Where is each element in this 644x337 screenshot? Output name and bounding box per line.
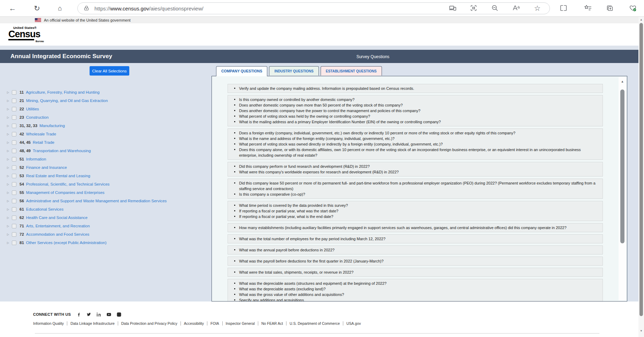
chevron-right-icon[interactable]: ▷	[7, 241, 12, 244]
chevron-right-icon[interactable]: ▷	[7, 225, 12, 228]
sector-link[interactable]: Retail Trade	[33, 140, 54, 144]
sector-row[interactable]: ▷ 22 Utilities	[5, 105, 207, 113]
chevron-right-icon[interactable]: ▷	[7, 233, 12, 236]
tab-company-questions[interactable]: COMPANY QUESTIONS	[216, 66, 267, 76]
chevron-right-icon[interactable]: ▷	[7, 116, 12, 119]
sector-checkbox[interactable]	[12, 90, 16, 95]
sector-link[interactable]: Construction	[26, 115, 49, 119]
sector-checkbox[interactable]	[12, 174, 16, 178]
sector-link[interactable]: Educational Services	[26, 207, 63, 211]
sector-row[interactable]: ▷ 31, 32, 33 Manufacturing	[5, 122, 207, 130]
sector-link[interactable]: Utilities	[26, 107, 39, 111]
collections-icon[interactable]	[606, 4, 614, 13]
web-capture-icon[interactable]	[470, 4, 478, 13]
favorites-list-icon[interactable]	[584, 4, 592, 13]
footer-link-inspector-general[interactable]: Inspector General	[223, 321, 258, 326]
split-screen-icon[interactable]	[560, 4, 568, 13]
vertical-scrollbar-thumb[interactable]	[639, 23, 643, 316]
footer-link-accessibility[interactable]: Accessibility	[181, 321, 207, 326]
sector-link[interactable]: Management of Companies and Enterprises	[26, 190, 105, 195]
chevron-right-icon[interactable]: ▷	[7, 108, 12, 111]
sector-link[interactable]: Accommodation and Food Services	[26, 232, 90, 236]
sector-checkbox[interactable]	[12, 124, 16, 128]
sector-checkbox[interactable]	[12, 224, 16, 228]
tab-establishment-questions[interactable]: ESTABLISHMENT QUESTIONS	[321, 66, 382, 76]
clear-all-selections-button[interactable]: Clear All Selections	[90, 66, 129, 76]
chevron-right-icon[interactable]: ▷	[7, 183, 12, 186]
url-text[interactable]: https://www.census.gov/aies/questionspre…	[94, 6, 204, 11]
chevron-right-icon[interactable]: ▷	[7, 166, 12, 169]
panel-scroll-up-icon[interactable]: ▲	[619, 80, 626, 83]
instagram-icon[interactable]	[117, 312, 121, 316]
sector-row[interactable]: ▷ 51 Information	[5, 155, 207, 163]
back-icon[interactable]: ←	[8, 3, 17, 13]
zoom-out-icon[interactable]	[491, 4, 499, 13]
sector-checkbox[interactable]	[12, 199, 16, 203]
sector-link[interactable]: Agriculture, Forestry, Fishing and Hunti…	[26, 90, 99, 94]
scroll-up-icon[interactable]: ▲	[638, 18, 644, 21]
sector-row[interactable]: ▷ 55 Management of Companies and Enterpr…	[5, 188, 207, 197]
sector-row[interactable]: ▷ 52 Finance and Insurance	[5, 163, 207, 172]
sector-row[interactable]: ▷ 56 Administrative and Support and Wast…	[5, 197, 207, 205]
panel-scrollbar[interactable]: ▲	[619, 77, 626, 300]
sector-row[interactable]: ▷ 72 Accommodation and Food Services	[5, 230, 207, 238]
sector-checkbox[interactable]	[12, 241, 16, 245]
sector-link[interactable]: Transportation and Warehousing	[33, 149, 91, 153]
sector-row[interactable]: ▷ 11 Agriculture, Forestry, Fishing and …	[5, 88, 207, 96]
browser-essentials-icon[interactable]	[629, 4, 637, 13]
sector-row[interactable]: ▷ 61 Educational Services	[5, 205, 207, 213]
chevron-right-icon[interactable]: ▷	[7, 99, 12, 102]
sector-row[interactable]: ▷ 71 Arts, Entertainment, and Recreation	[5, 222, 207, 230]
chevron-right-icon[interactable]: ▷	[7, 91, 12, 94]
sector-checkbox[interactable]	[12, 207, 16, 212]
address-bar[interactable]: https://www.census.gov/aies/questionspre…	[77, 2, 550, 14]
sector-checkbox[interactable]	[12, 149, 16, 153]
scroll-down-icon[interactable]: ▼	[638, 329, 644, 332]
facebook-icon[interactable]	[76, 312, 81, 316]
sector-row[interactable]: ▷ 53 Real Estate and Rental and Leasing	[5, 172, 207, 180]
footer-link-usa-gov[interactable]: USA.gov	[343, 321, 364, 326]
sector-checkbox[interactable]	[12, 132, 16, 136]
footer-link-data-linkage-infrastructure[interactable]: Data Linkage Infrastructure	[67, 321, 118, 326]
sector-row[interactable]: ▷ 21 Mining, Quarrying, and Oil and Gas …	[5, 96, 207, 105]
sector-row[interactable]: ▷ 48, 49 Transportation and Warehousing	[5, 147, 207, 155]
tab-industry-questions[interactable]: INDUSTRY QUESTIONS	[269, 66, 319, 76]
read-aloud-icon[interactable]	[512, 4, 521, 13]
sector-link[interactable]: Administrative and Support and Waste Man…	[26, 199, 167, 203]
chevron-right-icon[interactable]: ▷	[7, 141, 12, 144]
sector-link[interactable]: Finance and Insurance	[26, 165, 67, 170]
home-icon[interactable]: ⌂	[55, 3, 65, 13]
sector-row[interactable]: ▷ 62 Health Care and Social Assistance	[5, 213, 207, 222]
sector-link[interactable]: Mining, Quarrying, and Oil and Gas Extra…	[26, 99, 108, 103]
sector-checkbox[interactable]	[12, 107, 16, 111]
vertical-scrollbar[interactable]: ▲ ▼	[638, 17, 644, 337]
sector-link[interactable]: Professional, Scientific, and Technical …	[26, 182, 110, 186]
nav-survey-questions[interactable]: Survey Questions	[348, 54, 397, 59]
sector-row[interactable]: ▷ 81 Other Services (except Public Admin…	[5, 238, 207, 247]
footer-link-foia[interactable]: FOIA	[207, 321, 222, 326]
sector-row[interactable]: ▷ 42 Wholesale Trade	[5, 130, 207, 138]
youtube-icon[interactable]	[107, 312, 111, 316]
send-to-devices-icon[interactable]	[449, 4, 457, 13]
sector-link[interactable]: Arts, Entertainment, and Recreation	[26, 224, 90, 228]
sector-link[interactable]: Other Services (except Public Administra…	[26, 241, 107, 245]
sector-checkbox[interactable]	[12, 115, 16, 120]
sector-row[interactable]: ▷ 44, 45 Retail Trade	[5, 138, 207, 147]
linkedin-icon[interactable]	[97, 312, 101, 316]
footer-link-no-fear-act[interactable]: No FEAR Act	[258, 321, 286, 326]
sector-link[interactable]: Wholesale Trade	[26, 132, 56, 136]
chevron-right-icon[interactable]: ▷	[7, 133, 12, 136]
sector-link[interactable]: Health Care and Social Assistance	[26, 215, 87, 220]
sector-row[interactable]: ▷ 23 Construction	[5, 113, 207, 122]
chevron-right-icon[interactable]: ▷	[7, 216, 12, 219]
sector-link[interactable]: Information	[26, 157, 46, 161]
chevron-right-icon[interactable]: ▷	[7, 124, 12, 127]
sector-checkbox[interactable]	[12, 165, 16, 170]
sector-checkbox[interactable]	[12, 99, 16, 103]
sector-checkbox[interactable]	[12, 182, 16, 187]
sector-checkbox[interactable]	[12, 157, 16, 162]
sector-checkbox[interactable]	[12, 215, 16, 220]
refresh-icon[interactable]: ↻	[32, 3, 42, 13]
sector-link[interactable]: Manufacturing	[39, 124, 65, 128]
chevron-right-icon[interactable]: ▷	[7, 191, 12, 194]
